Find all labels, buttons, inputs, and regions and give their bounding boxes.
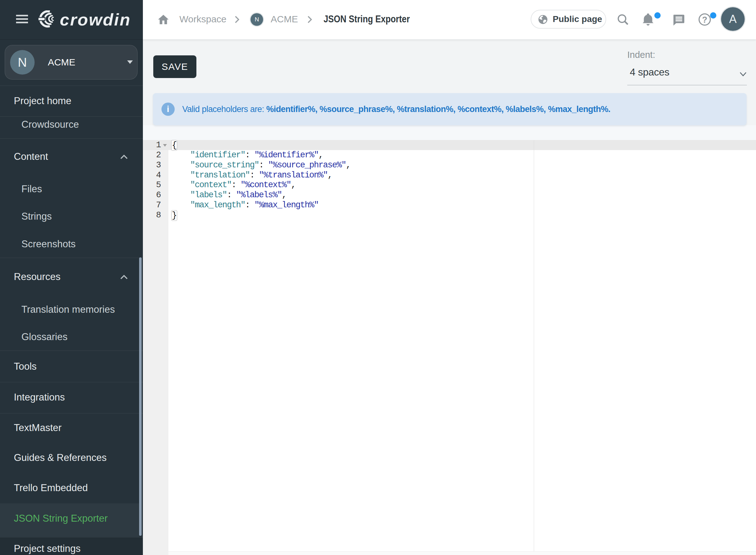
svg-text:?: ?: [702, 15, 708, 25]
svg-text:crowdin: crowdin: [60, 10, 131, 28]
